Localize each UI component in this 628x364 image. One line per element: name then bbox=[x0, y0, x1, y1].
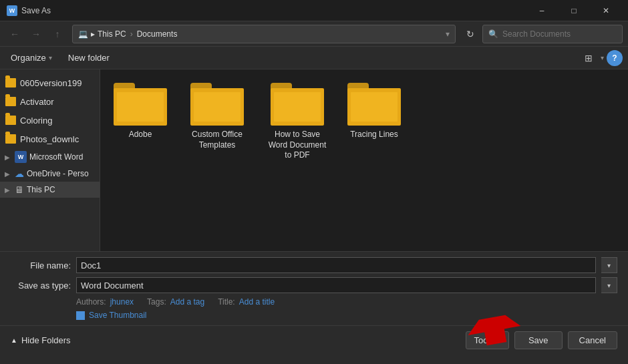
sidebar-item-activator[interactable]: Activator bbox=[0, 92, 100, 111]
folder-item-adobe[interactable]: Adobe bbox=[114, 83, 167, 140]
sidebar-section-onedrive[interactable]: ▶ ☁ OneDrive - Perso bbox=[0, 166, 100, 182]
address-part1: ▸ bbox=[91, 29, 95, 39]
organize-chevron-icon: ▾ bbox=[49, 54, 52, 61]
sidebar-section-thispc[interactable]: ▶ 🖥 This PC bbox=[0, 182, 100, 198]
action-bar: ▲ Hide Folders Tools ▾ Save Cancel bbox=[0, 325, 628, 355]
folder-howtosave-icon bbox=[271, 83, 324, 126]
address-documents: Documents bbox=[137, 29, 178, 39]
sidebar-section-word[interactable]: ▶ W Microsoft Word bbox=[0, 148, 100, 166]
content-area: Adobe Custom Office Templates How to Sav… bbox=[100, 69, 628, 251]
view-button[interactable]: ⊞ bbox=[579, 49, 598, 67]
help-button[interactable]: ? bbox=[607, 50, 623, 66]
search-icon: 🔍 bbox=[488, 29, 498, 39]
filename-label: File name: bbox=[11, 260, 71, 270]
minimize-button[interactable]: – bbox=[526, 0, 557, 21]
saveastype-row: Save as type: ▾ bbox=[11, 277, 617, 293]
window-title: Save As bbox=[21, 6, 526, 15]
folder-custom-icon bbox=[190, 83, 244, 126]
authors-value[interactable]: jhunex bbox=[110, 297, 134, 307]
address-this-pc: This PC bbox=[98, 29, 126, 39]
tools-chevron-icon: ▾ bbox=[497, 337, 500, 344]
action-right: Tools ▾ Save Cancel bbox=[466, 331, 617, 349]
saveastype-dropdown-icon[interactable]: ▾ bbox=[601, 277, 617, 293]
search-input[interactable] bbox=[502, 29, 617, 39]
sidebar-item-0605[interactable]: 0605version199 bbox=[0, 73, 100, 92]
saveastype-input[interactable] bbox=[76, 277, 596, 293]
folder-label: Adobe bbox=[129, 130, 152, 140]
thumbnail-checkbox[interactable] bbox=[76, 311, 85, 320]
organize-label: Organize bbox=[11, 53, 46, 63]
save-button[interactable]: Save bbox=[514, 331, 563, 349]
hide-folders-chevron-icon: ▲ bbox=[11, 337, 17, 344]
title-value[interactable]: Add a title bbox=[239, 297, 275, 307]
folder-label: Tracing Lines bbox=[350, 130, 398, 140]
back-button[interactable]: ← bbox=[5, 25, 24, 43]
sidebar-item-label: Coloring bbox=[20, 116, 52, 126]
folder-item-tracing[interactable]: Tracing Lines bbox=[347, 83, 401, 140]
tools-label: Tools bbox=[474, 335, 494, 345]
cloud-icon: ☁ bbox=[15, 168, 24, 179]
tools-button[interactable]: Tools ▾ bbox=[466, 331, 509, 349]
view-chevron-icon[interactable]: ▾ bbox=[601, 54, 604, 61]
folder-icon bbox=[5, 97, 16, 106]
folder-adobe-icon bbox=[114, 83, 167, 126]
folder-tracing-icon bbox=[347, 83, 401, 126]
app-icon: W bbox=[7, 5, 17, 16]
title-field: Title: Add a title bbox=[218, 297, 275, 307]
tags-field: Tags: Add a tag bbox=[147, 297, 204, 307]
new-folder-button[interactable]: New folder bbox=[63, 50, 115, 65]
folder-label: How to Save Word Document to PDF bbox=[267, 130, 327, 161]
organize-toolbar: Organize ▾ New folder ⊞ ▾ ? bbox=[0, 47, 628, 69]
window-controls: – □ ✕ bbox=[526, 0, 621, 21]
tags-value[interactable]: Add a tag bbox=[170, 297, 204, 307]
address-sep: › bbox=[130, 29, 133, 39]
cancel-button[interactable]: Cancel bbox=[568, 331, 617, 349]
sidebar-item-label: Photos_downlc bbox=[20, 134, 79, 144]
folder-item-howtosave[interactable]: How to Save Word Document to PDF bbox=[267, 83, 327, 161]
saveastype-label: Save as type: bbox=[11, 281, 71, 291]
maximize-button[interactable]: □ bbox=[559, 0, 589, 21]
up-button[interactable]: ↑ bbox=[48, 25, 67, 43]
pc-icon: 🖥 bbox=[15, 184, 24, 195]
expand-icon: ▶ bbox=[3, 170, 12, 178]
authors-label: Authors: bbox=[76, 297, 106, 307]
meta-row: Authors: jhunex Tags: Add a tag Title: A… bbox=[11, 297, 617, 307]
folder-icon bbox=[5, 78, 16, 87]
sidebar-item-label: Activator bbox=[20, 97, 54, 107]
folder-label: Custom Office Templates bbox=[187, 130, 247, 150]
filename-input[interactable] bbox=[76, 257, 596, 273]
close-button[interactable]: ✕ bbox=[591, 0, 621, 21]
address-computer-icon: 💻 bbox=[78, 29, 88, 39]
toolbar2-right: ⊞ ▾ ? bbox=[579, 49, 623, 67]
search-box[interactable]: 🔍 bbox=[482, 25, 623, 43]
filename-row: File name: ▾ bbox=[11, 257, 617, 273]
filename-dropdown-icon[interactable]: ▾ bbox=[601, 257, 617, 273]
sidebar-item-label: 0605version199 bbox=[20, 78, 82, 88]
file-section: File name: ▾ Save as type: ▾ Authors: jh… bbox=[0, 251, 628, 325]
address-bar[interactable]: 💻 ▸ This PC › Documents ▾ bbox=[72, 25, 456, 43]
address-dropdown-icon[interactable]: ▾ bbox=[446, 29, 450, 39]
expand-icon: ▶ bbox=[3, 186, 12, 194]
sidebar-item-coloring[interactable]: Coloring bbox=[0, 111, 100, 130]
sidebar-section-label: This PC bbox=[27, 185, 55, 194]
title-bar: W Save As – □ ✕ bbox=[0, 0, 628, 21]
title-label: Title: bbox=[218, 297, 235, 307]
folder-item-custom-office[interactable]: Custom Office Templates bbox=[187, 83, 247, 150]
word-icon: W bbox=[15, 151, 27, 163]
folder-icon bbox=[5, 116, 16, 125]
forward-button[interactable]: → bbox=[27, 25, 45, 43]
expand-icon: ▶ bbox=[3, 154, 12, 161]
refresh-button[interactable]: ↻ bbox=[461, 25, 480, 43]
hide-folders-label: Hide Folders bbox=[21, 335, 71, 345]
thumbnail-label[interactable]: Save Thumbnail bbox=[89, 311, 147, 320]
thumbnail-row: Save Thumbnail bbox=[11, 311, 617, 320]
nav-toolbar: ← → ↑ 💻 ▸ This PC › Documents ▾ ↻ 🔍 bbox=[0, 21, 628, 47]
authors-field: Authors: jhunex bbox=[76, 297, 134, 307]
organize-button[interactable]: Organize ▾ bbox=[5, 50, 57, 65]
hide-folders-button[interactable]: ▲ Hide Folders bbox=[11, 335, 71, 345]
sidebar: 0605version199 Activator Coloring Photos… bbox=[0, 69, 100, 251]
sidebar-item-photos[interactable]: Photos_downlc bbox=[0, 130, 100, 148]
tags-label: Tags: bbox=[147, 297, 166, 307]
sidebar-section-label: Microsoft Word bbox=[29, 152, 83, 162]
main-area: 0605version199 Activator Coloring Photos… bbox=[0, 69, 628, 251]
